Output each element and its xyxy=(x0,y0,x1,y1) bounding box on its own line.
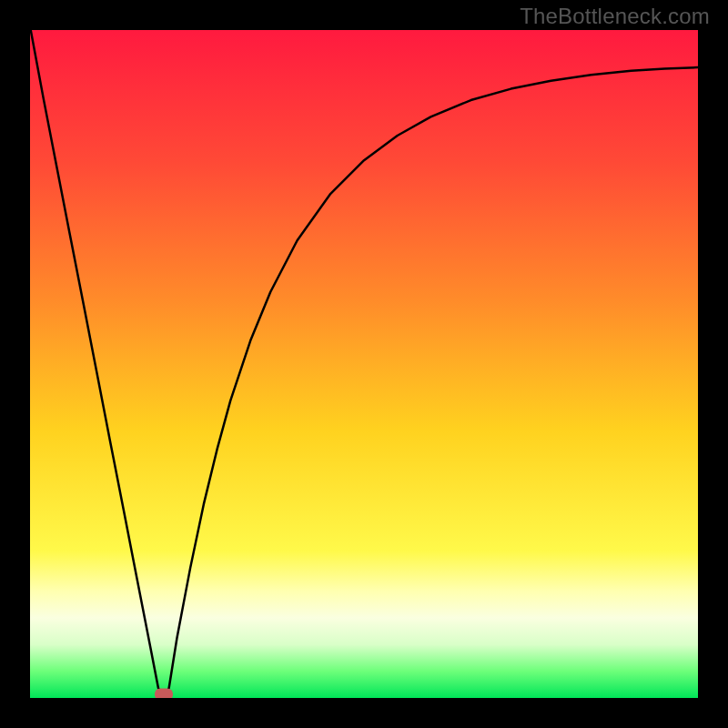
watermark-text: TheBottleneck.com xyxy=(520,4,710,29)
plot-area xyxy=(30,30,698,698)
optimum-marker xyxy=(155,689,173,699)
chart-frame: TheBottleneck.com xyxy=(0,0,728,728)
curve-svg xyxy=(30,30,698,698)
curve-line xyxy=(30,30,698,698)
